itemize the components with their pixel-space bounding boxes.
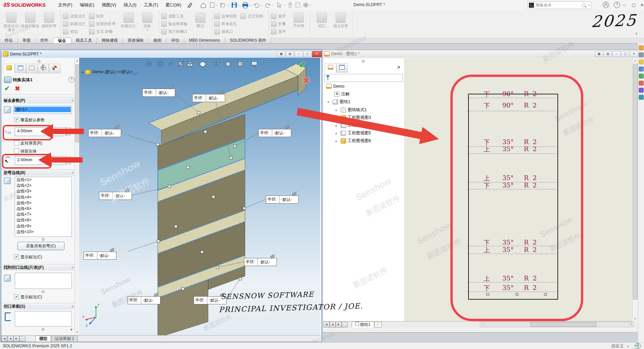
expand-open-icon[interactable]: ▾ — [328, 100, 331, 104]
fold-button[interactable]: 折叠 — [271, 20, 289, 28]
tree-item-annotations[interactable]: A注解 — [334, 91, 350, 97]
ribbon-collapse-icon[interactable]: ∧ — [635, 32, 638, 35]
search-icon[interactable] — [582, 3, 586, 7]
task-home-icon[interactable] — [639, 45, 644, 50]
sheet-scroll-prev-button[interactable]: ◀ — [330, 322, 336, 328]
viewport-tree-root[interactable]: ▸ Demo (默认) <<默认>_... — [82, 69, 139, 75]
keep-body-checkbox[interactable] — [14, 148, 19, 154]
propertymanager-tab[interactable] — [15, 64, 26, 73]
sheet-scroll-first-button[interactable]: ◀ — [324, 322, 330, 328]
part-close-button[interactable]: ✕ — [312, 51, 321, 57]
list-item[interactable]: 边线<1> — [15, 177, 71, 183]
task-forum-icon[interactable] — [639, 95, 644, 100]
reverse-thickness-checkbox[interactable] — [14, 140, 19, 145]
corner-dropdown-icon[interactable]: ▾ — [138, 28, 157, 32]
menu-insert[interactable]: 插入(I) — [120, 0, 140, 10]
tree-expand-panel-icon[interactable]: > — [397, 64, 400, 70]
edge-flange-button[interactable]: 边线法兰 — [63, 12, 89, 20]
options-button[interactable] — [304, 3, 311, 7]
part-window-titlebar[interactable]: Demo.SLDPRT * ▦ ▤ ─ ▢ ✕ — [1, 50, 321, 58]
scroll-up-icon[interactable]: ▲ — [633, 58, 638, 63]
menu-file[interactable]: 文件(F) — [54, 0, 76, 10]
rip-sketch-box[interactable] — [15, 311, 72, 326]
tab-and-slot-button[interactable]: 薄片和槽口 — [161, 28, 191, 36]
display-style-icon[interactable] — [200, 61, 209, 67]
new-file-button[interactable] — [210, 3, 218, 7]
open-file-button[interactable] — [220, 3, 229, 7]
model-tab[interactable]: 模型 — [36, 336, 51, 342]
panel-splitter-handle[interactable] — [362, 60, 365, 63]
expand-closed-icon[interactable]: ▸ — [336, 132, 339, 135]
jog-button[interactable]: 转折 — [89, 12, 119, 20]
sheet1-tab[interactable]: 图纸1 — [352, 321, 374, 328]
expand-closed-icon[interactable]: ▸ — [336, 139, 339, 143]
tab-solidworks-addins[interactable]: SOLIDWORKS 插件 — [225, 38, 271, 43]
pm-scroll-more-icon[interactable]: ▼ — [70, 328, 73, 332]
simple-hole-button[interactable]: 简单直孔 — [214, 20, 240, 28]
menu-tools[interactable]: 工具(T) — [140, 0, 162, 10]
tab-scroll-first-button[interactable]: ◀ — [1, 336, 7, 342]
rip-button[interactable]: 切口 — [312, 11, 331, 28]
customize-caret-icon[interactable]: ▴ — [627, 344, 629, 348]
section-bend-edges[interactable]: 折弯边线(B)∧ — [3, 169, 75, 176]
listbox-resize-handle[interactable] — [42, 238, 45, 241]
menu-edit[interactable]: 编辑(E) — [76, 0, 98, 10]
normal-cut-button[interactable]: 正交切除 — [240, 12, 266, 20]
list-item[interactable]: 边线<9> — [15, 223, 71, 229]
command-search[interactable]: >_ 搜索命令 ▾ — [528, 1, 591, 9]
globe-status-icon[interactable] — [635, 343, 641, 349]
list-item[interactable]: 边线<10> — [15, 229, 71, 235]
vent-button[interactable]: 通风口 — [214, 28, 240, 36]
tab-features[interactable]: 特征 — [0, 38, 18, 43]
tab-sketch[interactable]: 草图 — [18, 38, 36, 43]
tab-direct-editing[interactable]: 直接编辑 — [123, 38, 149, 43]
list-item[interactable]: 边线<3> — [15, 188, 71, 194]
section-view-icon[interactable] — [178, 61, 184, 67]
scroll-right-icon[interactable]: › — [629, 322, 634, 327]
drawing-h-scrollbar[interactable]: ‹ › — [480, 322, 634, 327]
swept-flange-button[interactable]: 扫描法兰 — [119, 11, 138, 28]
drawing-minimize-button[interactable]: ─ — [612, 51, 621, 57]
tab-evaluate[interactable]: 评估 — [166, 38, 184, 43]
collapse-icon[interactable]: ∧ — [71, 97, 73, 103]
tree-item-sheet1[interactable]: ▾图纸1 — [328, 99, 350, 105]
tree-filter-box[interactable] — [324, 74, 403, 82]
tree-item-view6[interactable]: ▸工程图视图6 — [336, 138, 371, 144]
task-scenes-icon[interactable] — [639, 81, 644, 86]
select-button[interactable] — [278, 2, 286, 8]
listbox-resize-handle[interactable] — [42, 328, 45, 331]
task-file-explorer-icon[interactable] — [639, 59, 644, 64]
undo-button[interactable] — [254, 4, 262, 8]
section-rip-edges[interactable]: 找到切口边线(只读)(F)∧ — [3, 264, 75, 270]
bend-edges-list[interactable]: 边线<1> 边线<2> 边线<3> 边线<4> 边线<5> 边线<6> 边线<7… — [15, 177, 72, 237]
section-rip-sketch[interactable]: 切口草图(S)∧ — [3, 303, 75, 309]
minimize-button[interactable]: ─ — [619, 0, 630, 10]
list-item[interactable]: 边线<8> — [15, 217, 71, 223]
list-item[interactable]: 边线<2> — [15, 183, 71, 188]
show-callouts-checkbox-2[interactable]: ✔ — [14, 294, 19, 299]
extruded-cut-button[interactable]: 拉伸切除 — [214, 12, 240, 20]
edit-appearance-icon[interactable] — [226, 61, 234, 66]
account-icon[interactable] — [603, 2, 609, 8]
hide-show-items-icon[interactable] — [213, 62, 222, 65]
tab-surfaces[interactable]: 曲面 — [149, 38, 166, 43]
drawing-tile-vertical-button[interactable]: ▦ — [595, 51, 603, 57]
confirm-ok-icon[interactable]: ✔ — [299, 60, 306, 70]
viewport-tree-label[interactable]: Demo (默认) <<默认>_... — [92, 69, 139, 75]
tab-mold-tools[interactable]: 模具工具 — [71, 38, 97, 43]
task-custom-properties-icon[interactable] — [639, 88, 644, 93]
v-scrollbar-thumb[interactable] — [633, 64, 638, 300]
drawing-featuremanager-tab[interactable] — [325, 63, 336, 73]
miter-flange-button[interactable]: 斜接法兰 — [63, 20, 89, 28]
forming-tool-button[interactable]: 成形工具 — [161, 12, 191, 20]
hem-button[interactable]: 褶边 — [63, 28, 89, 36]
list-item[interactable]: 边线<7> — [15, 212, 71, 217]
pm-help-icon[interactable]: ? — [68, 77, 75, 83]
search-dropdown-icon[interactable]: ▾ — [588, 4, 590, 7]
part-maximize-button[interactable]: ▢ — [303, 51, 311, 57]
part-tile-horizontal-button[interactable]: ▤ — [286, 51, 294, 57]
expand-closed-icon[interactable]: ▸ — [336, 108, 339, 112]
insert-bends-button[interactable]: 插入折弯 — [331, 11, 350, 28]
tab-scroll-next-button[interactable]: ▶ — [13, 336, 19, 342]
view-settings-icon[interactable] — [252, 61, 261, 67]
